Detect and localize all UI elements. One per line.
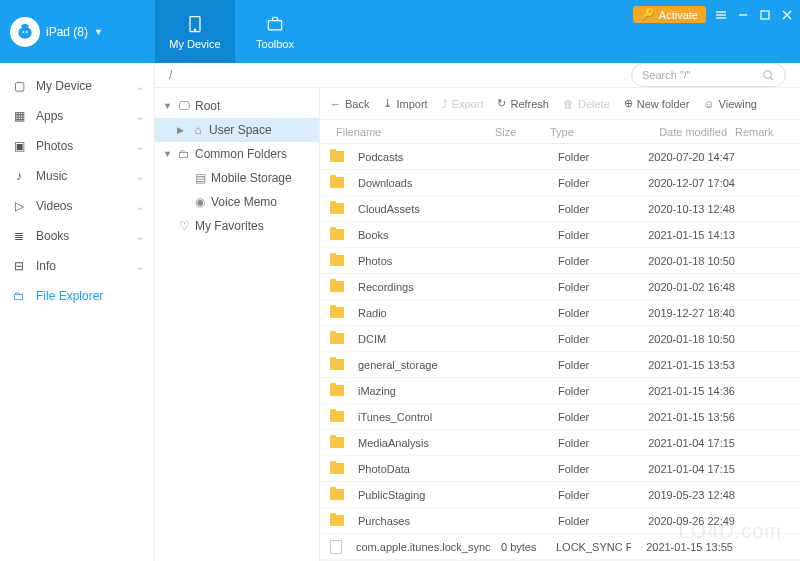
file-date: 2019-12-27 18:40 [633,307,743,319]
folder-icon [330,203,344,214]
tree-item-voice-memo[interactable]: ◉Voice Memo [155,190,319,214]
collapse-icon[interactable]: ▼ [163,101,173,111]
file-type: Folder [558,515,633,527]
file-row[interactable]: PurchasesFolder2020-09-26 22:49 [320,508,800,534]
folder-icon [330,411,344,422]
activate-button[interactable]: 🔑 Activate [633,6,706,23]
file-date: 2021-01-15 14:13 [633,229,743,241]
key-icon: 🔑 [641,8,655,21]
file-date: 2021-01-15 13:55 [631,541,741,553]
file-row[interactable]: CloudAssetsFolder2020-10-13 12:48 [320,196,800,222]
tab-toolbox[interactable]: Toolbox [235,0,315,63]
svg-point-3 [194,29,195,30]
file-type: Folder [558,489,633,501]
tree-item-root[interactable]: ▼🖵Root [155,94,319,118]
sidebar-item-file-explorer[interactable]: 🗀File Explorer [0,281,154,311]
sidebar-item-music[interactable]: ♪Music⌄ [0,161,154,191]
file-row[interactable]: MediaAnalysisFolder2021-01-04 17:15 [320,430,800,456]
file-list: PodcastsFolder2020-07-20 14:47DownloadsF… [320,144,800,560]
tab-label: My Device [169,38,220,50]
file-name: Downloads [352,177,503,189]
svg-point-12 [764,70,771,77]
folder-icon [330,463,344,474]
sidebar-item-label: My Device [36,79,92,93]
file-type: Folder [558,281,633,293]
col-size[interactable]: Size [495,126,550,138]
file-row[interactable]: DCIMFolder2020-01-18 10:50 [320,326,800,352]
file-icon [330,540,342,554]
sidebar-item-videos[interactable]: ▷Videos⌄ [0,191,154,221]
activate-label: Activate [659,9,698,21]
col-type[interactable]: Type [550,126,625,138]
tab-label: Toolbox [256,38,294,50]
folder-icon [330,307,344,318]
menu-icon[interactable] [714,8,728,22]
file-row[interactable]: PhotoDataFolder2021-01-04 17:15 [320,456,800,482]
file-row[interactable]: com.apple.itunes.lock_sync0 bytesLOCK_SY… [320,534,800,560]
col-remark[interactable]: Remark [735,126,790,138]
file-date: 2020-07-20 14:47 [633,151,743,163]
file-row[interactable]: PhotosFolder2020-01-18 10:50 [320,248,800,274]
file-row[interactable]: general_storageFolder2021-01-15 13:53 [320,352,800,378]
collapse-icon[interactable]: ▼ [163,149,173,159]
content-area: / Search "/" ▼🖵Root ▶⌂User Space ▼🗀Commo… [155,63,800,561]
file-row[interactable]: DownloadsFolder2020-12-07 17:04 [320,170,800,196]
new-folder-button[interactable]: ⊕New folder [624,97,690,110]
file-name: com.apple.itunes.lock_sync [350,541,501,553]
tree-item-common-folders[interactable]: ▼🗀Common Folders [155,142,319,166]
sidebar-item-apps[interactable]: ▦Apps⌄ [0,101,154,131]
file-name: MediaAnalysis [352,437,503,449]
expand-icon[interactable]: ▶ [177,125,187,135]
file-row[interactable]: RecordingsFolder2020-01-02 16:48 [320,274,800,300]
sidebar-item-books[interactable]: ≣Books⌄ [0,221,154,251]
sidebar: ▢My Device⌄ ▦Apps⌄ ▣Photos⌄ ♪Music⌄ ▷Vid… [0,63,155,561]
search-icon [762,69,775,82]
chevron-down-icon: ⌄ [136,111,144,122]
delete-button[interactable]: 🗑Delete [563,98,610,110]
chevron-down-icon: ⌄ [136,141,144,152]
titlebar: iPad (8) ▼ My Device Toolbox 🔑 Activate [0,0,800,63]
folder-icon [330,151,344,162]
mic-icon: ◉ [193,195,207,209]
tab-my-device[interactable]: My Device [155,0,235,63]
file-row[interactable]: PublicStagingFolder2019-05-23 12:48 [320,482,800,508]
file-row[interactable]: BooksFolder2021-01-15 14:13 [320,222,800,248]
sidebar-item-photos[interactable]: ▣Photos⌄ [0,131,154,161]
file-name: PhotoData [352,463,503,475]
sidebar-item-label: Books [36,229,69,243]
file-row[interactable]: PodcastsFolder2020-07-20 14:47 [320,144,800,170]
refresh-button[interactable]: ↻Refresh [497,97,549,110]
search-input[interactable]: Search "/" [631,63,786,87]
tree-item-my-favorites[interactable]: ♡My Favorites [155,214,319,238]
content-body: ▼🖵Root ▶⌂User Space ▼🗀Common Folders ▤Mo… [155,88,800,561]
folder-icon [330,333,344,344]
arrow-left-icon: ← [330,98,341,110]
viewing-button[interactable]: ☺Viewing [703,98,757,110]
col-date[interactable]: Date modified [625,126,735,138]
file-name: general_storage [352,359,503,371]
back-button[interactable]: ←Back [330,98,369,110]
close-button[interactable] [780,8,794,22]
main: ▢My Device⌄ ▦Apps⌄ ▣Photos⌄ ♪Music⌄ ▷Vid… [0,63,800,561]
file-date: 2020-10-13 12:48 [633,203,743,215]
file-type: Folder [558,255,633,267]
sidebar-item-label: Music [36,169,67,183]
minimize-button[interactable] [736,8,750,22]
col-filename[interactable]: Filename [330,126,495,138]
file-row[interactable]: iTunes_ControlFolder2021-01-15 13:56 [320,404,800,430]
file-row[interactable]: iMazingFolder2021-01-15 14:36 [320,378,800,404]
music-icon: ♪ [12,169,26,183]
sidebar-item-label: Apps [36,109,63,123]
sidebar-item-my-device[interactable]: ▢My Device⌄ [0,71,154,101]
import-button[interactable]: ⤓Import [383,97,427,110]
maximize-button[interactable] [758,8,772,22]
file-row[interactable]: RadioFolder2019-12-27 18:40 [320,300,800,326]
file-date: 2020-01-18 10:50 [633,255,743,267]
apps-icon: ▦ [12,109,26,123]
export-button[interactable]: ⤴Export [442,98,484,110]
tree-item-user-space[interactable]: ▶⌂User Space [155,118,319,142]
file-type: Folder [558,385,633,397]
device-selector[interactable]: iPad (8) ▼ [0,0,155,63]
sidebar-item-info[interactable]: ⊟Info⌄ [0,251,154,281]
tree-item-mobile-storage[interactable]: ▤Mobile Storage [155,166,319,190]
